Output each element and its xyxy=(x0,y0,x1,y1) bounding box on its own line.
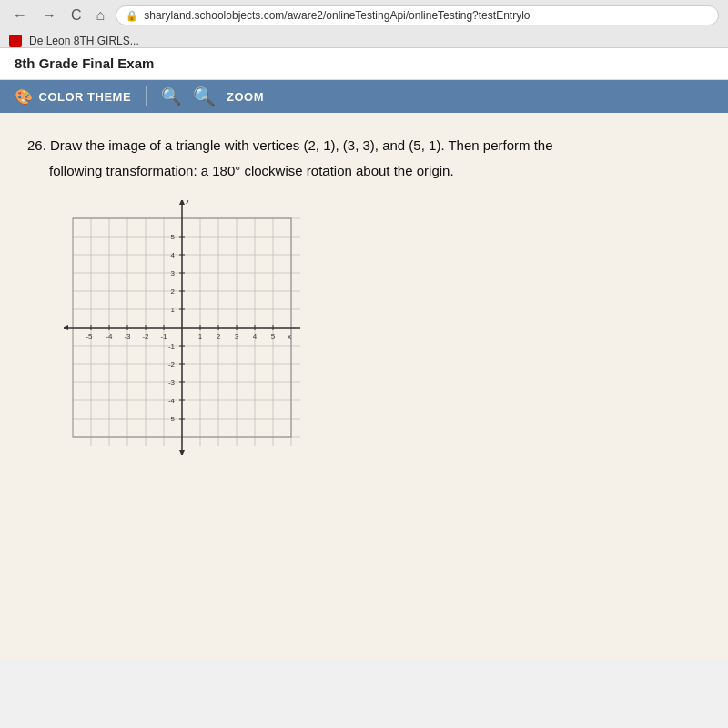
lock-icon: 🔒 xyxy=(126,10,138,22)
zoom-in-icon: 🔍 xyxy=(193,86,217,107)
zoom-out-icon: 🔍 xyxy=(161,86,182,106)
question-text: 26. Draw the image of a triangle with ve… xyxy=(27,135,701,182)
svg-text:-2: -2 xyxy=(168,360,176,369)
forward-button[interactable]: → xyxy=(38,5,60,25)
coordinate-grid[interactable]: x y -5 -4 -3 -2 -1 1 2 3 4 5 x 5 4 3 2 1… xyxy=(64,200,300,455)
color-theme-label: COLOR THEME xyxy=(39,90,132,104)
svg-text:4: 4 xyxy=(171,251,176,259)
svg-marker-30 xyxy=(179,200,185,205)
svg-text:-3: -3 xyxy=(124,332,131,340)
toolbar-divider xyxy=(146,86,147,106)
svg-text:3: 3 xyxy=(235,332,239,340)
svg-text:4: 4 xyxy=(253,332,258,340)
svg-text:5: 5 xyxy=(271,332,276,340)
toolbar: 🎨 COLOR THEME 🔍 🔍 ZOOM xyxy=(0,80,728,113)
svg-text:-1: -1 xyxy=(160,332,167,340)
refresh-button[interactable]: C xyxy=(67,5,86,25)
svg-text:-4: -4 xyxy=(168,397,176,405)
svg-text:5: 5 xyxy=(171,233,176,241)
content-area: 26. Draw the image of a triangle with ve… xyxy=(0,113,728,659)
question-line1: Draw the image of a triangle with vertic… xyxy=(50,137,552,153)
svg-text:1: 1 xyxy=(198,332,203,340)
svg-text:2: 2 xyxy=(171,288,176,296)
url-text: sharyland.schoolobjects.com/aware2/onlin… xyxy=(144,9,530,22)
app-title: 8th Grade Final Exam xyxy=(15,56,154,71)
coordinate-grid-container: x y -5 -4 -3 -2 -1 1 2 3 4 5 x 5 4 3 2 1… xyxy=(64,200,701,455)
address-bar[interactable]: 🔒 sharyland.schoolobjects.com/aware2/onl… xyxy=(116,5,719,25)
zoom-out-button[interactable]: 🔍 xyxy=(161,86,182,106)
question-line2: following transformation: a 180° clockwi… xyxy=(49,163,454,178)
palette-icon: 🎨 xyxy=(15,88,34,106)
tab-bar: De Leon 8TH GIRLS... xyxy=(0,31,728,47)
svg-marker-31 xyxy=(179,450,185,455)
svg-text:-5: -5 xyxy=(86,332,93,340)
back-button[interactable]: ← xyxy=(9,5,31,25)
svg-text:3: 3 xyxy=(171,269,176,278)
browser-nav: ← → C ⌂ 🔒 sharyland.schoolobjects.com/aw… xyxy=(0,0,728,31)
app-header: 8th Grade Final Exam xyxy=(0,48,728,80)
tab-favicon xyxy=(9,35,22,47)
zoom-label: ZOOM xyxy=(227,90,264,104)
color-theme-button[interactable]: 🎨 COLOR THEME xyxy=(15,88,131,106)
svg-text:x: x xyxy=(288,332,291,340)
svg-text:-2: -2 xyxy=(142,332,149,340)
home-button[interactable]: ⌂ xyxy=(93,5,109,25)
tab-label[interactable]: De Leon 8TH GIRLS... xyxy=(29,35,139,47)
svg-text:2: 2 xyxy=(217,332,221,340)
svg-text:-4: -4 xyxy=(106,332,113,340)
svg-text:y: y xyxy=(186,200,190,204)
browser-chrome: ← → C ⌂ 🔒 sharyland.schoolobjects.com/aw… xyxy=(0,0,728,48)
zoom-in-button[interactable]: 🔍 xyxy=(193,86,217,107)
svg-text:-3: -3 xyxy=(168,379,176,387)
svg-marker-28 xyxy=(64,325,68,330)
question-number: 26. xyxy=(27,137,46,153)
svg-text:-5: -5 xyxy=(168,415,176,423)
svg-text:1: 1 xyxy=(171,306,176,314)
svg-text:-1: -1 xyxy=(168,342,176,350)
